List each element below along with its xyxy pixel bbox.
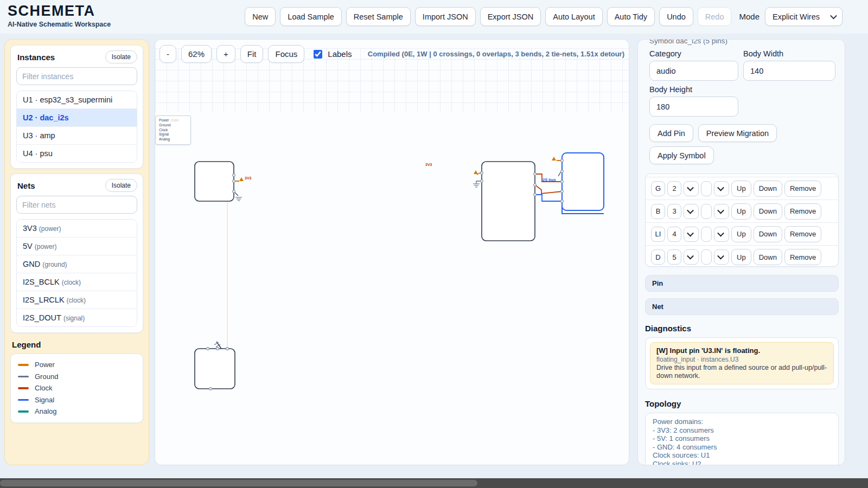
pin-length-input[interactable] bbox=[701, 204, 712, 219]
header-button-export-json[interactable]: Export JSON bbox=[480, 7, 541, 26]
pin[interactable] bbox=[233, 190, 235, 193]
labels-checkbox[interactable] bbox=[314, 50, 322, 59]
pin[interactable] bbox=[207, 348, 209, 350]
horizontal-scrollbar[interactable] bbox=[0, 478, 868, 488]
pin-remove-button[interactable]: Remove bbox=[784, 203, 821, 220]
pin[interactable] bbox=[481, 172, 483, 175]
body-width-input[interactable] bbox=[743, 61, 835, 81]
pin-side-select[interactable] bbox=[684, 181, 699, 196]
pin-up-button[interactable]: Up bbox=[731, 226, 751, 242]
pin-name-input[interactable] bbox=[651, 227, 665, 242]
net-item-i2s-dout[interactable]: I2S_DOUT(signal) bbox=[17, 309, 137, 326]
nets-filter-input[interactable] bbox=[16, 196, 137, 214]
pin-remove-button[interactable]: Remove bbox=[784, 181, 821, 197]
scrollbar-thumb[interactable] bbox=[0, 480, 477, 486]
instances-filter-input[interactable] bbox=[16, 67, 137, 85]
pin-down-button[interactable]: Down bbox=[754, 249, 782, 265]
pin-up-button[interactable]: Up bbox=[731, 174, 751, 174]
pin[interactable] bbox=[534, 173, 537, 176]
header-button-import-json[interactable]: Import JSON bbox=[415, 7, 476, 26]
pin-name-input[interactable] bbox=[651, 181, 665, 196]
category-input[interactable] bbox=[649, 61, 738, 81]
pin-number-input[interactable] bbox=[667, 249, 681, 265]
pin-up-button[interactable]: Up bbox=[731, 203, 751, 220]
pin[interactable] bbox=[233, 180, 235, 183]
pin-side-select[interactable] bbox=[684, 204, 699, 219]
net-item-3v3[interactable]: 3V3(power) bbox=[17, 220, 137, 237]
pin[interactable] bbox=[233, 174, 235, 177]
header-button-reset-sample[interactable]: Reset Sample bbox=[346, 7, 411, 26]
pin[interactable] bbox=[481, 180, 483, 183]
focus-button[interactable]: Focus bbox=[268, 45, 304, 63]
pin-remove-button[interactable]: Remove bbox=[784, 226, 821, 242]
section-net[interactable]: Net bbox=[645, 298, 839, 315]
component-u1-body[interactable] bbox=[482, 162, 535, 241]
pin[interactable] bbox=[216, 348, 219, 350]
instance-item-u3[interactable]: U3 · amp bbox=[17, 126, 137, 144]
nets-isolate-button[interactable]: Isolate bbox=[105, 179, 137, 192]
preview-migration-button[interactable]: Preview Migration bbox=[698, 124, 777, 142]
pin[interactable] bbox=[534, 184, 537, 187]
mode-select[interactable]: Explicit Wires bbox=[765, 7, 843, 26]
component-u4-body[interactable] bbox=[195, 349, 235, 389]
pin[interactable] bbox=[534, 194, 537, 196]
header-button-undo[interactable]: Undo bbox=[659, 7, 693, 26]
pin-type-select[interactable] bbox=[714, 204, 729, 219]
component-u2-body-selected[interactable] bbox=[562, 153, 604, 210]
component-u3-body[interactable] bbox=[195, 162, 234, 201]
pin-type-select[interactable] bbox=[714, 249, 729, 265]
pin-down-button[interactable]: Down bbox=[754, 226, 782, 242]
pin-remove-button[interactable]: Remove bbox=[784, 174, 821, 174]
pin[interactable] bbox=[561, 159, 564, 162]
net-item-i2s-bclk[interactable]: I2S_BCLK(clock) bbox=[17, 273, 137, 291]
section-pin[interactable]: Pin bbox=[645, 275, 839, 292]
header-button-redo[interactable]: Redo bbox=[698, 7, 732, 26]
zoom-in-button[interactable]: + bbox=[216, 45, 235, 63]
instance-item-u1[interactable]: U1 · esp32_s3_supermini bbox=[17, 91, 137, 108]
instance-item-u4[interactable]: U4 · psu bbox=[17, 144, 137, 162]
pin-length-input[interactable] bbox=[701, 249, 712, 265]
net-item-gnd[interactable]: GND(ground) bbox=[17, 255, 137, 273]
pin-down-button[interactable]: Down bbox=[754, 203, 782, 220]
zoom-out-button[interactable]: - bbox=[159, 45, 176, 63]
pin-type-select[interactable] bbox=[714, 227, 729, 242]
fit-button[interactable]: Fit bbox=[240, 45, 264, 63]
pin[interactable] bbox=[561, 190, 564, 193]
pin-side-select[interactable] bbox=[684, 227, 699, 242]
header-button-auto-tidy[interactable]: Auto Tidy bbox=[607, 7, 655, 26]
header-button-auto-layout[interactable]: Auto Layout bbox=[545, 7, 602, 26]
pin-name-input[interactable] bbox=[651, 249, 665, 265]
pin-up-button[interactable]: Up bbox=[731, 249, 751, 265]
pin-length-input[interactable] bbox=[701, 227, 712, 242]
pin-side-select[interactable] bbox=[684, 249, 699, 265]
zoom-level-button[interactable]: 62% bbox=[181, 45, 212, 63]
instance-item-u2[interactable]: U2 · dac_i2s bbox=[17, 108, 137, 126]
net-item-5v[interactable]: 5V(power) bbox=[17, 237, 137, 255]
pin[interactable] bbox=[561, 200, 564, 203]
pin-up-button[interactable]: Up bbox=[731, 181, 751, 197]
net-item-i2s-lrclk[interactable]: I2S_LRCLK(clock) bbox=[17, 291, 137, 309]
add-pin-button[interactable]: Add Pin bbox=[649, 124, 693, 142]
body-height-input[interactable] bbox=[649, 97, 738, 117]
header-button-load-sample[interactable]: Load Sample bbox=[280, 7, 341, 26]
pin-number-input[interactable] bbox=[667, 204, 681, 219]
apply-symbol-button[interactable]: Apply Symbol bbox=[649, 146, 714, 164]
pin[interactable] bbox=[561, 181, 564, 183]
pin[interactable] bbox=[561, 170, 564, 173]
warning-alert[interactable]: [W] Input pin 'U3.IN' is floating. float… bbox=[650, 342, 834, 384]
pin-down-button[interactable]: Down bbox=[754, 181, 782, 197]
wire-i2s-lrclk[interactable] bbox=[535, 185, 562, 194]
pin[interactable] bbox=[209, 388, 212, 390]
pin-remove-button[interactable]: Remove bbox=[784, 249, 821, 265]
pin-down-button[interactable]: Down bbox=[754, 174, 782, 174]
wire-i2s-dout[interactable] bbox=[535, 195, 562, 201]
pin-length-input[interactable] bbox=[701, 181, 712, 196]
header-button-new[interactable]: New bbox=[245, 7, 276, 26]
pin-name-input[interactable] bbox=[651, 204, 665, 219]
pin-number-input[interactable] bbox=[667, 227, 681, 242]
pin-number-input[interactable] bbox=[667, 181, 681, 196]
pin-type-select[interactable] bbox=[714, 181, 729, 196]
schematic-canvas[interactable]: - 62% + Fit Focus Labels Compiled (0E, 1… bbox=[155, 39, 629, 465]
pin[interactable] bbox=[226, 348, 229, 350]
instances-isolate-button[interactable]: Isolate bbox=[105, 50, 137, 63]
